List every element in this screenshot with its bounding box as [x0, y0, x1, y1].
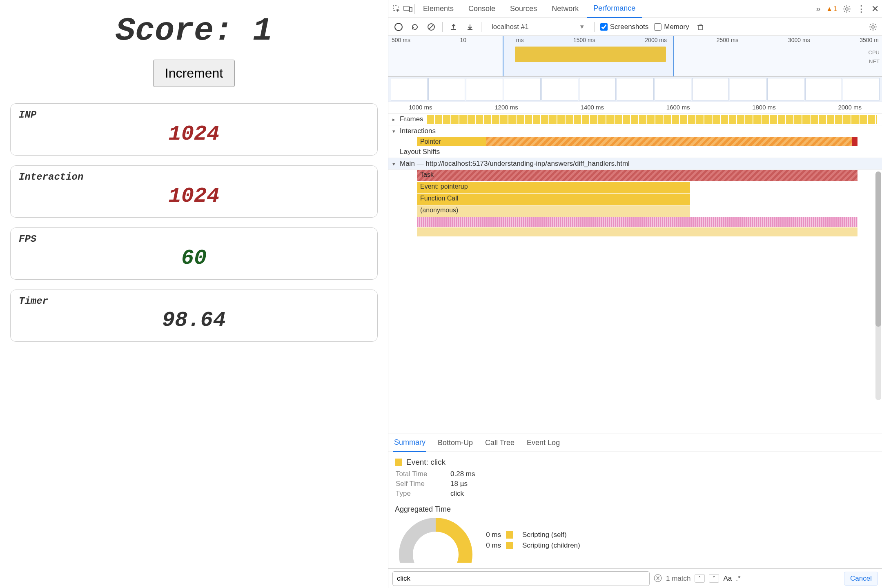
collapse-icon[interactable]: ▾: [388, 128, 399, 134]
aggregated-time-title: Aggregated Time: [395, 505, 875, 514]
devtools-tab-bar: Elements Console Sources Network Perform…: [388, 0, 882, 18]
flame-bar-layout[interactable]: [417, 217, 858, 227]
scroll-thumb[interactable]: [875, 172, 881, 327]
screenshot-thumb[interactable]: [730, 78, 766, 100]
category-swatch: [395, 459, 402, 466]
tab-sources[interactable]: Sources: [503, 0, 543, 17]
kebab-icon[interactable]: ⋮: [857, 4, 866, 14]
screenshot-filmstrip[interactable]: [388, 77, 882, 102]
screenshot-thumb[interactable]: [579, 78, 616, 100]
metric-timer: Timer 98.64: [10, 290, 378, 342]
warnings-badge[interactable]: ▲ 1: [826, 5, 837, 13]
svg-rect-6: [698, 25, 702, 30]
overview-axis-labels: CPU NET: [869, 48, 880, 66]
legend-item: 0 msScripting (children): [477, 541, 580, 550]
clear-search-icon[interactable]: ⓧ: [654, 573, 662, 584]
legend-swatch: [506, 542, 513, 549]
donut-chart: [395, 518, 477, 563]
svg-line-5: [429, 25, 433, 29]
flame-bar-task[interactable]: Task: [417, 170, 858, 181]
summary-event-title: Event: click: [406, 458, 445, 467]
screenshot-thumb[interactable]: [428, 78, 465, 100]
kv-total-time: Total Time0.28 ms: [396, 470, 875, 478]
metric-value: 60: [19, 246, 369, 270]
screenshot-thumb[interactable]: [541, 78, 578, 100]
increment-button[interactable]: Increment: [153, 60, 235, 87]
screenshot-thumb[interactable]: [466, 78, 503, 100]
tab-event-log[interactable]: Event Log: [526, 434, 561, 451]
next-match-icon[interactable]: ˅: [709, 574, 719, 583]
reload-record-button[interactable]: [410, 22, 420, 32]
summary-title-row: Event: click: [395, 458, 875, 467]
devtools-panel: Elements Console Sources Network Perform…: [388, 0, 882, 588]
device-toggle-icon[interactable]: [403, 4, 413, 14]
separator: [442, 22, 443, 32]
metric-value: 1024: [19, 122, 369, 146]
metric-inp: INP 1024: [10, 103, 378, 156]
search-bar: ⓧ 1 match ˄ ˅ Aa .* Cancel: [388, 568, 882, 588]
screenshot-thumb[interactable]: [805, 78, 842, 100]
close-icon[interactable]: ✕: [871, 4, 879, 14]
tab-console[interactable]: Console: [462, 0, 502, 17]
screenshot-thumb[interactable]: [617, 78, 653, 100]
prev-match-icon[interactable]: ˄: [695, 574, 705, 583]
expand-icon[interactable]: ▸: [388, 116, 399, 122]
metric-interaction: Interaction 1024: [10, 165, 378, 218]
gc-icon[interactable]: [695, 22, 706, 32]
flame-bar-function-call[interactable]: Function Call: [417, 194, 690, 205]
screenshot-thumb[interactable]: [655, 78, 691, 100]
screenshot-thumb[interactable]: [391, 78, 428, 100]
main-thread-stack[interactable]: Task Event: pointerup Function Call (ano…: [417, 170, 858, 236]
tab-summary[interactable]: Summary: [393, 434, 426, 452]
more-tabs-icon[interactable]: »: [816, 4, 820, 13]
frames-track[interactable]: ▸ Frames: [388, 114, 882, 125]
tab-performance[interactable]: Performance: [587, 0, 642, 18]
summary-panel: Event: click Total Time0.28 ms Self Time…: [388, 452, 882, 568]
flame-scrollbar[interactable]: [875, 172, 881, 400]
layout-shifts-track[interactable]: Layout Shifts: [388, 146, 882, 158]
svg-point-7: [872, 26, 874, 28]
cancel-button[interactable]: Cancel: [844, 572, 878, 586]
screenshots-checkbox[interactable]: Screenshots: [600, 23, 649, 31]
tab-call-tree[interactable]: Call Tree: [484, 434, 515, 451]
flame-bar-anonymous[interactable]: (anonymous): [417, 205, 690, 217]
tab-elements[interactable]: Elements: [416, 0, 460, 17]
collapse-icon[interactable]: ▾: [388, 161, 399, 167]
gear-icon[interactable]: [869, 23, 877, 31]
tab-network[interactable]: Network: [545, 0, 585, 17]
memory-checkbox[interactable]: Memory: [654, 23, 689, 31]
screenshot-thumb[interactable]: [692, 78, 729, 100]
search-input[interactable]: [392, 571, 650, 586]
flame-bar-paint[interactable]: [417, 227, 858, 236]
frames-bar[interactable]: [427, 115, 877, 124]
pointer-interaction[interactable]: Pointer: [417, 137, 858, 146]
legend-item: 0 msScripting (self): [477, 531, 580, 539]
regex-icon[interactable]: .*: [736, 575, 740, 583]
main-track-header[interactable]: ▾ Main — http://localhost:5173/understan…: [388, 158, 882, 170]
profile-selector[interactable]: localhost #1 ▾: [487, 20, 588, 33]
screenshot-thumb[interactable]: [504, 78, 541, 100]
separator: [414, 4, 415, 14]
clear-button[interactable]: [426, 22, 437, 32]
interactions-track-header[interactable]: ▾ Interactions: [388, 125, 882, 137]
kv-type: Typeclick: [396, 490, 875, 498]
upload-icon[interactable]: [448, 22, 459, 32]
gear-icon[interactable]: [843, 5, 851, 13]
match-case-icon[interactable]: Aa: [723, 575, 732, 583]
flame-chart[interactable]: 1000 ms 1200 ms 1400 ms 1600 ms 1800 ms …: [388, 102, 882, 434]
flame-bar-event[interactable]: Event: pointerup: [417, 182, 690, 193]
timeline-overview[interactable]: 500 ms 10 ms 1500 ms 2000 ms 2500 ms 300…: [388, 36, 882, 77]
tab-bottom-up[interactable]: Bottom-Up: [437, 434, 474, 451]
inspect-icon[interactable]: [392, 4, 401, 14]
pointer-duration-bar[interactable]: [486, 137, 858, 146]
svg-rect-2: [410, 7, 412, 12]
screenshot-thumb[interactable]: [767, 78, 804, 100]
metric-label: FPS: [19, 234, 369, 245]
download-icon[interactable]: [465, 22, 475, 32]
performance-toolbar: localhost #1 ▾ Screenshots Memory: [388, 18, 882, 36]
screenshot-thumb[interactable]: [843, 78, 880, 100]
metric-label: INP: [19, 109, 369, 120]
metric-label: Timer: [19, 296, 369, 307]
overview-selection[interactable]: [503, 36, 674, 76]
record-button[interactable]: [393, 22, 404, 32]
